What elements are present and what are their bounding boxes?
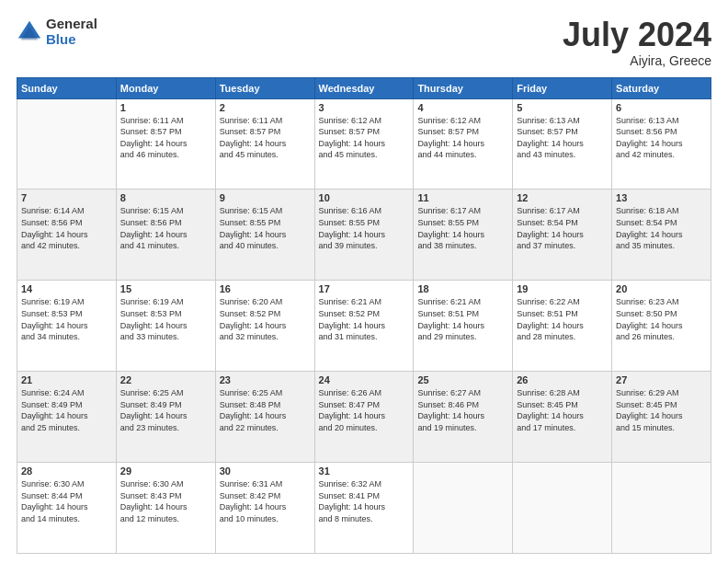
table-row: 14Sunrise: 6:19 AM Sunset: 8:53 PM Dayli… — [17, 281, 117, 372]
table-row: 15Sunrise: 6:19 AM Sunset: 8:53 PM Dayli… — [116, 281, 215, 372]
table-row — [513, 463, 612, 554]
header: General Blue July 2024 Aiyira, Greece — [17, 17, 711, 68]
table-row — [17, 98, 117, 190]
calendar-row: 21Sunrise: 6:24 AM Sunset: 8:49 PM Dayli… — [17, 372, 711, 463]
day-number: 4 — [417, 102, 508, 113]
day-number: 24 — [319, 374, 410, 385]
logo-text: General Blue — [46, 17, 97, 47]
logo-blue-text: Blue — [46, 32, 97, 48]
day-number: 25 — [417, 374, 508, 385]
col-saturday: Saturday — [612, 77, 711, 98]
day-number: 30 — [220, 465, 311, 477]
day-number: 22 — [120, 374, 211, 385]
calendar-header-row: Sunday Monday Tuesday Wednesday Thursday… — [17, 77, 711, 98]
day-info: Sunrise: 6:16 AM Sunset: 8:55 PM Dayligh… — [319, 205, 410, 251]
logo-icon — [17, 19, 42, 45]
day-info: Sunrise: 6:11 AM Sunset: 8:57 PM Dayligh… — [220, 115, 311, 161]
day-info: Sunrise: 6:12 AM Sunset: 8:57 PM Dayligh… — [319, 115, 410, 161]
logo-general-text: General — [46, 17, 97, 32]
col-tuesday: Tuesday — [215, 77, 314, 98]
calendar-row: 28Sunrise: 6:30 AM Sunset: 8:44 PM Dayli… — [17, 463, 711, 554]
day-number: 21 — [21, 374, 112, 385]
calendar-row: 1Sunrise: 6:11 AM Sunset: 8:57 PM Daylig… — [17, 98, 711, 190]
day-info: Sunrise: 6:13 AM Sunset: 8:57 PM Dayligh… — [517, 115, 608, 161]
day-number: 31 — [319, 465, 410, 477]
month-title: July 2024 — [563, 17, 711, 53]
day-number: 2 — [220, 102, 311, 113]
day-info: Sunrise: 6:32 AM Sunset: 8:41 PM Dayligh… — [319, 478, 410, 524]
table-row: 29Sunrise: 6:30 AM Sunset: 8:43 PM Dayli… — [116, 463, 215, 554]
day-info: Sunrise: 6:17 AM Sunset: 8:55 PM Dayligh… — [417, 205, 508, 251]
table-row: 5Sunrise: 6:13 AM Sunset: 8:57 PM Daylig… — [513, 98, 612, 190]
day-number: 20 — [616, 283, 707, 294]
day-info: Sunrise: 6:22 AM Sunset: 8:51 PM Dayligh… — [517, 296, 608, 342]
table-row: 19Sunrise: 6:22 AM Sunset: 8:51 PM Dayli… — [513, 281, 612, 372]
day-number: 12 — [517, 192, 608, 203]
day-number: 6 — [616, 102, 707, 113]
table-row: 6Sunrise: 6:13 AM Sunset: 8:56 PM Daylig… — [612, 98, 711, 190]
logo: General Blue — [17, 17, 97, 47]
table-row: 31Sunrise: 6:32 AM Sunset: 8:41 PM Dayli… — [314, 463, 414, 554]
day-number: 5 — [517, 102, 608, 113]
day-info: Sunrise: 6:15 AM Sunset: 8:56 PM Dayligh… — [120, 205, 211, 251]
col-wednesday: Wednesday — [314, 77, 414, 98]
day-info: Sunrise: 6:21 AM Sunset: 8:52 PM Dayligh… — [319, 296, 410, 342]
day-number: 26 — [517, 374, 608, 385]
day-info: Sunrise: 6:14 AM Sunset: 8:56 PM Dayligh… — [21, 205, 112, 251]
table-row: 27Sunrise: 6:29 AM Sunset: 8:45 PM Dayli… — [612, 372, 711, 463]
table-row: 21Sunrise: 6:24 AM Sunset: 8:49 PM Dayli… — [17, 372, 117, 463]
day-number: 16 — [220, 283, 311, 294]
day-number: 8 — [120, 192, 211, 203]
table-row: 3Sunrise: 6:12 AM Sunset: 8:57 PM Daylig… — [314, 98, 414, 190]
table-row: 30Sunrise: 6:31 AM Sunset: 8:42 PM Dayli… — [215, 463, 314, 554]
calendar-row: 7Sunrise: 6:14 AM Sunset: 8:56 PM Daylig… — [17, 190, 711, 281]
table-row: 2Sunrise: 6:11 AM Sunset: 8:57 PM Daylig… — [215, 98, 314, 190]
day-number: 10 — [319, 192, 410, 203]
day-number: 9 — [220, 192, 311, 203]
day-number: 7 — [21, 192, 112, 203]
day-info: Sunrise: 6:31 AM Sunset: 8:42 PM Dayligh… — [220, 478, 311, 524]
day-number: 27 — [616, 374, 707, 385]
day-info: Sunrise: 6:11 AM Sunset: 8:57 PM Dayligh… — [120, 115, 211, 161]
day-info: Sunrise: 6:21 AM Sunset: 8:51 PM Dayligh… — [417, 296, 508, 342]
table-row: 17Sunrise: 6:21 AM Sunset: 8:52 PM Dayli… — [314, 281, 414, 372]
day-number: 18 — [417, 283, 508, 294]
day-info: Sunrise: 6:15 AM Sunset: 8:55 PM Dayligh… — [220, 205, 311, 251]
table-row: 1Sunrise: 6:11 AM Sunset: 8:57 PM Daylig… — [116, 98, 215, 190]
day-info: Sunrise: 6:13 AM Sunset: 8:56 PM Dayligh… — [616, 115, 707, 161]
day-info: Sunrise: 6:28 AM Sunset: 8:45 PM Dayligh… — [517, 387, 608, 433]
table-row: 28Sunrise: 6:30 AM Sunset: 8:44 PM Dayli… — [17, 463, 117, 554]
day-number: 11 — [417, 192, 508, 203]
table-row: 7Sunrise: 6:14 AM Sunset: 8:56 PM Daylig… — [17, 190, 117, 281]
table-row: 23Sunrise: 6:25 AM Sunset: 8:48 PM Dayli… — [215, 372, 314, 463]
table-row: 26Sunrise: 6:28 AM Sunset: 8:45 PM Dayli… — [513, 372, 612, 463]
table-row — [414, 463, 513, 554]
table-row: 4Sunrise: 6:12 AM Sunset: 8:57 PM Daylig… — [414, 98, 513, 190]
table-row: 12Sunrise: 6:17 AM Sunset: 8:54 PM Dayli… — [513, 190, 612, 281]
day-number: 14 — [21, 283, 112, 294]
day-info: Sunrise: 6:25 AM Sunset: 8:49 PM Dayligh… — [120, 387, 211, 433]
day-info: Sunrise: 6:20 AM Sunset: 8:52 PM Dayligh… — [220, 296, 311, 342]
day-info: Sunrise: 6:19 AM Sunset: 8:53 PM Dayligh… — [120, 296, 211, 342]
day-info: Sunrise: 6:30 AM Sunset: 8:44 PM Dayligh… — [21, 478, 112, 524]
table-row: 25Sunrise: 6:27 AM Sunset: 8:46 PM Dayli… — [414, 372, 513, 463]
title-area: July 2024 Aiyira, Greece — [563, 17, 711, 68]
table-row: 24Sunrise: 6:26 AM Sunset: 8:47 PM Dayli… — [314, 372, 414, 463]
location-subtitle: Aiyira, Greece — [563, 53, 711, 68]
day-info: Sunrise: 6:24 AM Sunset: 8:49 PM Dayligh… — [21, 387, 112, 433]
page: General Blue July 2024 Aiyira, Greece Su… — [0, 0, 728, 563]
col-sunday: Sunday — [17, 77, 117, 98]
table-row: 16Sunrise: 6:20 AM Sunset: 8:52 PM Dayli… — [215, 281, 314, 372]
day-number: 28 — [21, 465, 112, 477]
day-number: 1 — [120, 102, 211, 113]
calendar-table: Sunday Monday Tuesday Wednesday Thursday… — [17, 77, 711, 554]
calendar-row: 14Sunrise: 6:19 AM Sunset: 8:53 PM Dayli… — [17, 281, 711, 372]
day-info: Sunrise: 6:17 AM Sunset: 8:54 PM Dayligh… — [517, 205, 608, 251]
col-friday: Friday — [513, 77, 612, 98]
day-number: 15 — [120, 283, 211, 294]
day-info: Sunrise: 6:26 AM Sunset: 8:47 PM Dayligh… — [319, 387, 410, 433]
table-row: 18Sunrise: 6:21 AM Sunset: 8:51 PM Dayli… — [414, 281, 513, 372]
day-number: 13 — [616, 192, 707, 203]
day-info: Sunrise: 6:19 AM Sunset: 8:53 PM Dayligh… — [21, 296, 112, 342]
table-row: 9Sunrise: 6:15 AM Sunset: 8:55 PM Daylig… — [215, 190, 314, 281]
